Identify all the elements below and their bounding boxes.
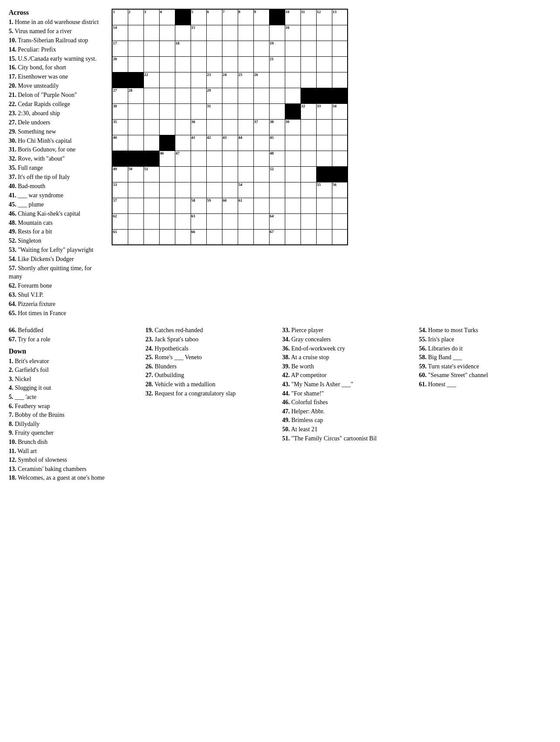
grid-cell[interactable]: 12 bbox=[316, 9, 332, 25]
grid-cell[interactable]: 29 bbox=[206, 88, 222, 103]
grid-cell[interactable]: 40 bbox=[112, 135, 128, 151]
grid-cell[interactable] bbox=[128, 41, 143, 56]
grid-cell[interactable]: 53 bbox=[112, 182, 128, 198]
grid-cell[interactable] bbox=[222, 103, 238, 119]
grid-cell[interactable] bbox=[300, 119, 316, 135]
grid-cell[interactable] bbox=[159, 119, 175, 135]
grid-cell[interactable] bbox=[222, 119, 238, 135]
grid-cell[interactable] bbox=[238, 166, 253, 182]
grid-cell[interactable] bbox=[332, 213, 348, 229]
grid-cell[interactable] bbox=[269, 9, 285, 25]
grid-cell[interactable]: 67 bbox=[269, 229, 285, 245]
grid-cell[interactable] bbox=[316, 72, 332, 88]
grid-cell[interactable] bbox=[285, 229, 300, 245]
grid-cell[interactable] bbox=[316, 229, 332, 245]
grid-cell[interactable] bbox=[175, 88, 191, 103]
grid-cell[interactable] bbox=[285, 135, 300, 151]
grid-cell[interactable] bbox=[285, 182, 300, 198]
grid-cell[interactable] bbox=[253, 56, 269, 72]
grid-cell[interactable]: 64 bbox=[269, 213, 285, 229]
grid-cell[interactable] bbox=[159, 182, 175, 198]
grid-cell[interactable]: 59 bbox=[206, 198, 222, 213]
grid-cell[interactable] bbox=[285, 41, 300, 56]
grid-cell[interactable] bbox=[269, 198, 285, 213]
grid-cell[interactable]: 38 bbox=[269, 119, 285, 135]
grid-cell[interactable] bbox=[191, 151, 206, 166]
grid-cell[interactable] bbox=[285, 213, 300, 229]
grid-cell[interactable] bbox=[332, 151, 348, 166]
grid-cell[interactable] bbox=[206, 151, 222, 166]
grid-cell[interactable] bbox=[143, 56, 159, 72]
grid-cell[interactable] bbox=[175, 103, 191, 119]
grid-cell[interactable] bbox=[332, 229, 348, 245]
grid-cell[interactable] bbox=[253, 198, 269, 213]
grid-cell[interactable]: 50 bbox=[128, 166, 143, 182]
grid-cell[interactable] bbox=[300, 213, 316, 229]
grid-cell[interactable] bbox=[238, 56, 253, 72]
grid-cell[interactable] bbox=[159, 229, 175, 245]
grid-cell[interactable] bbox=[175, 213, 191, 229]
grid-cell[interactable] bbox=[285, 88, 300, 103]
grid-cell[interactable] bbox=[128, 56, 143, 72]
grid-cell[interactable] bbox=[253, 229, 269, 245]
grid-cell[interactable]: 18 bbox=[175, 41, 191, 56]
grid-cell[interactable] bbox=[143, 119, 159, 135]
grid-cell[interactable] bbox=[159, 198, 175, 213]
grid-cell[interactable]: 54 bbox=[238, 182, 253, 198]
grid-cell[interactable] bbox=[332, 166, 348, 182]
grid-cell[interactable]: 48 bbox=[269, 151, 285, 166]
grid-cell[interactable] bbox=[269, 88, 285, 103]
grid-cell[interactable] bbox=[206, 166, 222, 182]
grid-cell[interactable]: 62 bbox=[112, 213, 128, 229]
grid-cell[interactable] bbox=[112, 72, 128, 88]
grid-cell[interactable] bbox=[222, 213, 238, 229]
grid-cell[interactable] bbox=[143, 213, 159, 229]
grid-cell[interactable]: 44 bbox=[238, 135, 253, 151]
grid-cell[interactable] bbox=[159, 72, 175, 88]
grid-cell[interactable] bbox=[175, 135, 191, 151]
grid-cell[interactable]: 58 bbox=[191, 198, 206, 213]
grid-cell[interactable]: 52 bbox=[269, 166, 285, 182]
grid-cell[interactable]: 17 bbox=[112, 41, 128, 56]
grid-cell[interactable]: 14 bbox=[112, 25, 128, 41]
grid-cell[interactable]: 10 bbox=[285, 9, 300, 25]
grid-cell[interactable] bbox=[238, 151, 253, 166]
grid-cell[interactable] bbox=[285, 56, 300, 72]
grid-cell[interactable]: 9 bbox=[253, 9, 269, 25]
grid-cell[interactable] bbox=[316, 151, 332, 166]
grid-cell[interactable]: 47 bbox=[175, 151, 191, 166]
grid-cell[interactable] bbox=[300, 41, 316, 56]
grid-cell[interactable] bbox=[206, 25, 222, 41]
grid-cell[interactable] bbox=[300, 182, 316, 198]
grid-cell[interactable] bbox=[332, 56, 348, 72]
grid-cell[interactable] bbox=[316, 198, 332, 213]
grid-cell[interactable] bbox=[253, 135, 269, 151]
grid-cell[interactable] bbox=[143, 103, 159, 119]
grid-cell[interactable]: 66 bbox=[191, 229, 206, 245]
grid-cell[interactable] bbox=[191, 182, 206, 198]
grid-cell[interactable]: 20 bbox=[112, 56, 128, 72]
grid-cell[interactable] bbox=[285, 198, 300, 213]
grid-cell[interactable] bbox=[222, 41, 238, 56]
grid-cell[interactable]: 26 bbox=[253, 72, 269, 88]
grid-cell[interactable] bbox=[175, 72, 191, 88]
grid-cell[interactable]: 55 bbox=[316, 182, 332, 198]
grid-cell[interactable] bbox=[238, 119, 253, 135]
grid-cell[interactable] bbox=[143, 25, 159, 41]
grid-cell[interactable]: 7 bbox=[222, 9, 238, 25]
grid-cell[interactable] bbox=[128, 103, 143, 119]
grid-cell[interactable] bbox=[128, 198, 143, 213]
grid-cell[interactable]: 4 bbox=[159, 9, 175, 25]
grid-cell[interactable]: 56 bbox=[332, 182, 348, 198]
grid-cell[interactable] bbox=[143, 135, 159, 151]
grid-cell[interactable] bbox=[316, 25, 332, 41]
grid-cell[interactable]: 36 bbox=[191, 119, 206, 135]
grid-cell[interactable]: 49 bbox=[112, 166, 128, 182]
grid-cell[interactable] bbox=[191, 103, 206, 119]
grid-cell[interactable] bbox=[253, 103, 269, 119]
grid-cell[interactable] bbox=[206, 119, 222, 135]
grid-cell[interactable] bbox=[128, 151, 143, 166]
grid-cell[interactable] bbox=[206, 213, 222, 229]
grid-cell[interactable] bbox=[143, 198, 159, 213]
grid-cell[interactable] bbox=[222, 166, 238, 182]
